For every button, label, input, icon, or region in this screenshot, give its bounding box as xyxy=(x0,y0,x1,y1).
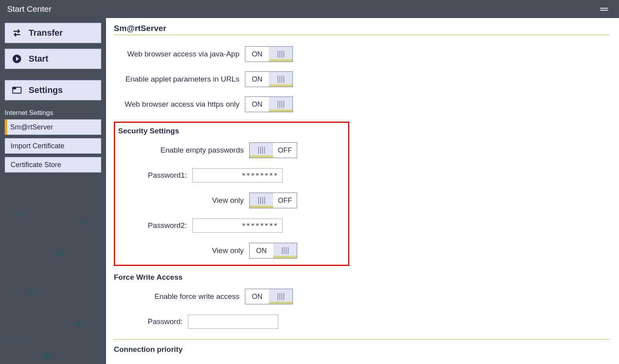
section-title-force-write: Force Write Access xyxy=(114,273,610,282)
row-label: View only xyxy=(118,246,244,255)
sidebar-item-certificate-store[interactable]: Certificate Store xyxy=(5,157,101,173)
password1-input[interactable] xyxy=(192,168,283,182)
toggle-view-only-1[interactable]: OFF xyxy=(249,193,297,208)
toggle-state-text: OFF xyxy=(273,143,297,158)
row-label: Web browser access via https only xyxy=(114,100,239,109)
toggle-force-write[interactable]: ON xyxy=(245,289,293,304)
main-panel: Sm@rtServer Web browser access via java-… xyxy=(106,18,619,364)
sidebar-start-button[interactable]: Start xyxy=(5,49,101,69)
section-divider xyxy=(114,339,610,340)
toggle-state-text: ON xyxy=(245,289,269,304)
security-settings-highlight: Security Settings Enable empty passwords… xyxy=(114,122,349,266)
toggle-state-text: ON xyxy=(245,97,269,112)
menu-icon[interactable] xyxy=(600,3,612,15)
section-title-security: Security Settings xyxy=(118,127,341,135)
sidebar-item-label: Sm@rtServer xyxy=(10,123,53,131)
page-title: Sm@rtServer xyxy=(114,24,610,35)
password2-input[interactable] xyxy=(192,218,283,233)
sidebar-item-label: Start xyxy=(29,54,48,64)
toggle-grip-icon xyxy=(273,243,297,258)
force-password-input[interactable] xyxy=(188,315,278,329)
sidebar-item-label: Certificate Store xyxy=(11,161,61,169)
row-label: Enable applet parameters in URLs xyxy=(114,75,239,84)
play-icon xyxy=(11,53,22,64)
titlebar: Start Center xyxy=(0,0,619,18)
sidebar-transfer-button[interactable]: Transfer xyxy=(5,23,101,43)
toggle-grip-icon xyxy=(269,97,292,112)
sidebar-item-label: Transfer xyxy=(29,28,63,38)
toggle-java-app[interactable]: ON xyxy=(245,46,293,62)
row-label: Password: xyxy=(114,317,183,326)
toggle-state-text: ON xyxy=(250,243,273,258)
row-label: View only xyxy=(118,196,244,205)
sidebar-item-smartserver[interactable]: Sm@rtServer xyxy=(5,119,101,135)
row-label: Web browser access via java-App xyxy=(114,50,239,58)
sidebar: Transfer Start Settings Internet Setting… xyxy=(0,18,106,364)
toggle-empty-passwords[interactable]: OFF xyxy=(249,142,297,158)
toggle-grip-icon xyxy=(269,289,292,304)
toggle-view-only-2[interactable]: ON xyxy=(249,243,297,258)
toggle-state-text: ON xyxy=(245,72,269,87)
sidebar-item-label: Settings xyxy=(29,85,63,95)
toggle-grip-icon xyxy=(250,193,273,208)
svg-rect-2 xyxy=(13,87,16,89)
row-label: Password2: xyxy=(118,221,187,230)
toggle-state-text: OFF xyxy=(273,193,297,208)
toggle-grip-icon xyxy=(269,47,292,62)
transfer-icon xyxy=(11,27,22,38)
sidebar-item-import-certificate[interactable]: Import Certificate xyxy=(5,138,101,154)
toggle-state-text: ON xyxy=(245,47,269,62)
toggle-applet-params[interactable]: ON xyxy=(245,71,293,87)
titlebar-title: Start Center xyxy=(7,4,51,14)
sidebar-item-label: Import Certificate xyxy=(11,142,64,150)
settings-icon xyxy=(11,85,22,96)
sidebar-subhead: Internet Settings xyxy=(5,109,101,117)
row-label: Password1: xyxy=(118,171,187,180)
toggle-grip-icon xyxy=(250,143,273,158)
section-title-connection-priority: Connection priority xyxy=(114,345,610,354)
sidebar-settings-button[interactable]: Settings xyxy=(5,80,101,100)
row-label: Enable force write access xyxy=(114,292,239,301)
toggle-grip-icon xyxy=(269,72,292,87)
toggle-https-only[interactable]: ON xyxy=(245,96,293,112)
row-label: Enable empty passwords xyxy=(118,146,244,155)
